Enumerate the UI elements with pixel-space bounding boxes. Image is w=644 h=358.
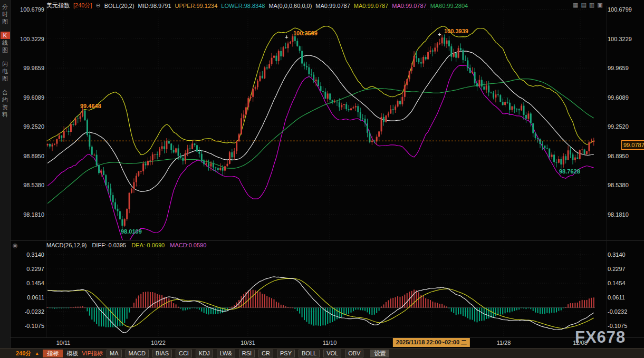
macd-tick-label: 0.1454 — [11, 280, 44, 286]
layout-single-icon[interactable]: ▣ — [597, 2, 602, 8]
price-tick-label: 98.1810 — [11, 211, 44, 218]
ma0-value-2: MA0:99.0787 — [354, 3, 388, 9]
toolbar-button-ma[interactable]: MA — [107, 350, 122, 357]
macd-tick-label: 0.1454 — [608, 280, 641, 286]
macd-tick-label: 0.3140 — [11, 251, 44, 258]
period-label: [240分] — [73, 2, 92, 9]
sidebar-tab-char: 合 — [1, 89, 10, 96]
layout-cols-icon[interactable]: ▥ — [589, 2, 594, 8]
price-tick-label: 99.6089 — [11, 94, 44, 101]
macd-dea-value: DEA:-0.0690 — [131, 242, 165, 248]
current-price-badge: 99.0787 — [621, 140, 644, 150]
price-tick-label: 99.9659 — [11, 65, 44, 71]
price-tick-label: 100.3229 — [608, 36, 641, 42]
macd-indicator-label: MACD(26,12,9) — [46, 242, 86, 248]
ma0-value-3: MA0:99.0787 — [392, 3, 426, 9]
chart-header: 美元指数 [240分] ⊖ BOLL(20,2) MID:98.9791 UPP… — [46, 2, 468, 9]
macd-settings-icon[interactable]: ◉ — [13, 242, 18, 249]
sidebar-tab-char: 图 — [1, 75, 10, 82]
x-axis-highlighted-period: 2025/11/18 22:00~02:00 二 — [393, 338, 470, 347]
macd-tick-label: 0.2297 — [11, 266, 44, 272]
period-up-arrow-icon[interactable]: ▲ — [35, 351, 39, 356]
toolbar-button-cr[interactable]: CR — [258, 350, 273, 357]
macd-tick-label: -0.1075 — [11, 323, 44, 329]
toolbar-button-psy[interactable]: PSY — [277, 350, 295, 357]
toolbar-button-indicator[interactable]: 指标 — [43, 350, 63, 357]
x-axis-date-label: 11/28 — [497, 340, 511, 346]
toolbar-period-label[interactable]: 240分 — [16, 350, 31, 357]
tab-timeshare-chart[interactable]: 分时图 — [0, 3, 10, 25]
tab-lightning-chart[interactable]: 闪电图 — [0, 60, 10, 82]
label-high-oct31: 100.3599 — [293, 30, 318, 36]
ma60-value: MA60:99.2804 — [430, 3, 468, 9]
price-tick-label: 99.2520 — [11, 123, 44, 130]
label-early-high: 99.4648 — [80, 103, 101, 109]
toolbar-button-cci[interactable]: CCI — [176, 350, 192, 357]
macd-tick-label: 0.3140 — [608, 251, 641, 258]
collapse-icon[interactable]: ⊖ — [95, 2, 100, 9]
macd-macd-value: MACD:0.0590 — [170, 242, 206, 248]
layout-rows-icon[interactable]: ▤ — [581, 2, 586, 8]
boll-upper-value: UPPER:99.1234 — [175, 3, 218, 9]
price-tick-label: 98.8950 — [11, 153, 44, 159]
price-tick-label: 99.2520 — [608, 123, 641, 130]
macd-tick-label: 0.2297 — [608, 266, 641, 272]
toolbar-button-settings[interactable]: 设置 — [370, 350, 389, 357]
tab-contract-info[interactable]: 合约资料 — [0, 89, 10, 118]
toolbar-button-vol[interactable]: VOL — [323, 350, 341, 357]
label-low-nov26: 98.7628 — [559, 168, 580, 175]
macd-tick-label: -0.0232 — [11, 308, 44, 315]
right-axis-divider — [607, 6, 607, 337]
left-tab-bar: 分时图K线图闪电图合约资料 — [0, 0, 11, 358]
x-axis-date-label: 10/22 — [151, 340, 166, 346]
toolbar-button-bias[interactable]: BIAS — [152, 350, 172, 357]
price-tick-label: 98.5380 — [11, 182, 44, 188]
toolbar-button-kdj[interactable]: KDJ — [196, 350, 213, 357]
trading-terminal: 分时图K线图闪电图合约资料 美元指数 [240分] ⊖ BOLL(20,2) M… — [0, 0, 644, 358]
toolbar-button-vip-indicator[interactable]: VIP指标 — [82, 350, 103, 357]
toolbar-button-obv[interactable]: OBV — [345, 350, 363, 357]
macd-tick-label: -0.0232 — [608, 308, 641, 315]
price-tick-label: 99.9659 — [608, 65, 641, 71]
macd-header: MACD(26,12,9) DIFF:-0.0395 DEA:-0.0690 M… — [46, 242, 206, 248]
price-tick-label: 98.1810 — [608, 211, 641, 218]
sidebar-tab-char: 分 — [1, 3, 10, 11]
boll-lower-value: LOWER:98.8348 — [221, 3, 265, 9]
peak-marker-1: + — [285, 34, 288, 40]
ma-indicator-label: MA(0,0,0,60,0,0) — [268, 3, 312, 9]
price-tick-label: 98.5380 — [608, 182, 641, 188]
layout-grid4-icon[interactable]: ▦ — [573, 2, 578, 8]
sidebar-tab-char: 线 — [1, 39, 10, 46]
macd-indicator-chart[interactable] — [46, 249, 595, 337]
symbol-title: 美元指数 — [46, 2, 70, 9]
sidebar-tab-char: K — [1, 32, 10, 39]
candlestick-chart[interactable] — [46, 6, 595, 240]
toolbar-button-lwr[interactable]: LW& — [217, 350, 235, 357]
tab-kline-chart[interactable]: K线图 — [0, 32, 10, 54]
price-tick-label: 100.6799 — [11, 6, 44, 13]
fx678-watermark: FX678 — [575, 328, 626, 347]
toolbar-button-rsi[interactable]: RSI — [239, 350, 255, 357]
sidebar-tab-char: 约 — [1, 96, 10, 103]
sidebar-tab-char: 电 — [1, 67, 10, 75]
x-axis-date-label: 10/31 — [241, 340, 255, 346]
macd-tick-label: 0.0611 — [608, 294, 641, 301]
ma0-value-1: MA0:99.0787 — [315, 3, 350, 9]
sidebar-tab-char: 资 — [1, 103, 10, 111]
bottom-toolbar: 240分▲指标模板VIP指标MAMACDBIASCCIKDJLW&RSICRPS… — [0, 348, 644, 358]
left-axis-divider — [46, 6, 46, 337]
xaxis-divider — [11, 337, 644, 338]
x-axis-date-label: 10/11 — [56, 340, 71, 346]
toolbar-button-template[interactable]: 模板 — [66, 350, 78, 357]
sidebar-tab-char: 闪 — [1, 60, 10, 67]
toolbar-button-macd[interactable]: MACD — [126, 350, 149, 357]
boll-indicator-label: BOLL(20,2) — [104, 3, 134, 9]
macd-tick-label: 0.0611 — [11, 294, 44, 301]
label-low-oct17: 98.0109 — [121, 228, 142, 235]
sidebar-tab-char: 料 — [1, 111, 10, 118]
sidebar-tab-char: 时 — [1, 11, 10, 18]
price-tick-label: 100.6799 — [608, 6, 641, 13]
sidebar-tab-char: 图 — [1, 18, 10, 25]
price-tick-label: 100.3229 — [11, 36, 44, 42]
toolbar-button-boll[interactable]: BOLL — [299, 350, 320, 357]
